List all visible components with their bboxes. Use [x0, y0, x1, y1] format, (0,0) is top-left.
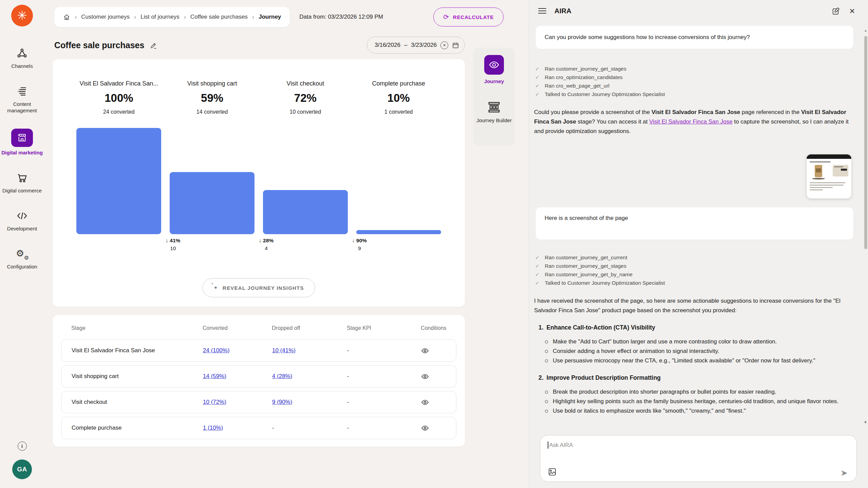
converted-link[interactable]: 14 (59%)	[203, 373, 272, 380]
sparkle-icon: ✦✦	[213, 285, 218, 291]
breadcrumb-chevron-icon: ›	[184, 13, 186, 21]
sidebar-item-development[interactable]: Development	[0, 209, 44, 232]
funnel-stage-stat: Complete purchase 10% 1 converted	[352, 80, 445, 115]
page-link[interactable]: Visit El Salvador Finca San Jose	[649, 118, 732, 125]
funnel-stage-stat: Visit shopping cart 59% 14 converted	[166, 80, 259, 115]
scrollbar-up-arrow[interactable]: ▲	[864, 29, 867, 32]
converted-link[interactable]: 24 (100%)	[203, 347, 272, 354]
app-logo[interactable]: ✳	[11, 5, 33, 26]
attach-image-icon[interactable]	[548, 467, 557, 476]
close-icon[interactable]: ✕	[849, 7, 855, 15]
user-message: Can you provide some suggestions how to …	[536, 26, 853, 49]
sidebar-item-configuration[interactable]: ⚙ ⚙ Configuration	[0, 247, 44, 270]
journey-builder-tab[interactable]: Journey Builder	[476, 100, 512, 124]
breadcrumb-coffee-sale-purchases[interactable]: Coffee sale purchases	[190, 14, 248, 20]
funnel-dropoffs: ↓ 41% 10 ↓ 28% 4 ↓ 90% 9	[72, 234, 445, 258]
funnel-bar[interactable]	[170, 172, 254, 234]
breadcrumb-chevron-icon: ›	[134, 13, 136, 21]
breadcrumb-customer-journeys[interactable]: Customer journeys	[81, 14, 130, 20]
info-icon[interactable]: i	[18, 442, 27, 451]
scrollbar-down-arrow[interactable]: ▼	[864, 420, 867, 424]
dropoff-label: ↓ 28% 4	[249, 238, 284, 251]
stage-kpi: -	[347, 347, 421, 354]
conditions-eye-icon[interactable]	[421, 398, 429, 406]
suggestion-bullet: Break the product description into short…	[544, 387, 851, 397]
conditions-eye-icon[interactable]	[421, 373, 429, 380]
avatar[interactable]: GA	[12, 459, 32, 479]
sidebar-nav: Channels Content management	[0, 46, 44, 285]
table-row: Complete purchase 1 (10%) - -	[61, 417, 456, 439]
title-row: Coffee sale purchases 3/16/2026 – 3/23/2…	[54, 37, 529, 54]
sidebar-item-digital-marketing[interactable]: Digital marketing	[0, 129, 44, 156]
funnel-stage-stats: Visit El Salvador Finca San... 100% 24 c…	[72, 80, 445, 115]
text-cursor	[548, 442, 548, 449]
stage-name: Visit shopping cart	[72, 373, 203, 380]
breadcrumb-list-of-journeys[interactable]: List of journeys	[140, 14, 179, 20]
topbar: › Customer journeys › List of journeys ›…	[44, 7, 529, 27]
clear-date-icon[interactable]: ✕	[440, 41, 448, 49]
funnel-bar[interactable]	[263, 190, 348, 234]
menu-icon[interactable]	[538, 8, 546, 14]
drop-arrow-icon: ↓	[259, 238, 262, 243]
suggestion-section: 1. Enhance Call-to-Action (CTA) Visibili…	[533, 324, 853, 365]
sidebar-item-content-management[interactable]: Content management	[0, 84, 44, 114]
converted-link[interactable]: 10 (72%)	[203, 399, 272, 406]
eye-icon	[489, 59, 499, 70]
breadcrumb-journey[interactable]: Journey	[259, 14, 281, 20]
journey-tab[interactable]	[484, 55, 504, 75]
date-range-picker[interactable]: 3/16/2026 – 3/23/2026 ✕	[367, 37, 465, 54]
converted-link[interactable]: 1 (10%)	[203, 425, 272, 431]
sidebar-bottom: i GA	[12, 442, 32, 479]
check-icon: ✓	[535, 74, 540, 80]
new-chat-icon[interactable]	[832, 7, 840, 15]
date-range-start: 3/16/2026	[375, 42, 400, 49]
drop-arrow-icon: ↓	[166, 238, 168, 243]
aira-actions: ✕	[832, 7, 855, 15]
dropped-off-link[interactable]: 4 (28%)	[272, 373, 347, 380]
table-row: Visit checkout 10 (72%) 9 (90%) -	[61, 391, 456, 413]
scrollbar-thumb[interactable]	[864, 36, 867, 249]
page-screenshot-thumbnail[interactable]	[807, 154, 851, 199]
funnel-bar[interactable]	[356, 230, 441, 234]
gears-icon: ⚙ ⚙	[16, 247, 28, 261]
checklist-item: ✓ Ran cro_web_page_get_url	[535, 83, 853, 89]
logo-burst-icon: ✳	[17, 8, 27, 23]
date-range-separator: –	[404, 42, 407, 49]
dropped-off-link[interactable]: 10 (41%)	[272, 347, 347, 354]
channels-icon	[16, 46, 28, 60]
check-icon: ✓	[535, 271, 540, 278]
edit-title-icon[interactable]	[150, 41, 157, 49]
sidebar-item-digital-commerce[interactable]: Digital commerce	[0, 171, 44, 194]
cart-icon	[16, 171, 28, 185]
calendar-icon[interactable]	[452, 42, 459, 49]
checklist-item: ✓ Talked to Customer Journey Optimizatio…	[535, 91, 853, 97]
stages-table-card: Stage Converted Dropped off Stage KPI Co…	[53, 315, 465, 447]
data-from-timestamp: Data from: 03/23/2026 12:09 PM	[299, 14, 383, 20]
suggestion-bullet: Use persuasive microcopy near the CTA, e…	[544, 356, 851, 365]
sidebar-item-channels[interactable]: Channels	[0, 46, 44, 69]
reveal-journey-insights-button[interactable]: ✦✦ REVEAL JOURNEY INSIGHTS	[202, 278, 315, 297]
sidebar-item-label: Digital marketing	[0, 149, 44, 156]
check-icon: ✓	[535, 66, 540, 72]
funnel-chart-card: Visit El Salvador Finca San... 100% 24 c…	[53, 59, 465, 307]
aira-input[interactable]: Ask AIRA ➤	[540, 435, 857, 482]
table-row: Visit shopping cart 14 (59%) 4 (28%) -	[61, 365, 456, 388]
stage-kpi: -	[347, 425, 421, 431]
send-icon[interactable]: ➤	[841, 469, 848, 477]
conditions-eye-icon[interactable]	[421, 347, 429, 355]
checklist-item: ✓ Ran customer_journey_get_by_name	[535, 271, 853, 278]
aira-input-placeholder: Ask AIRA	[549, 442, 573, 448]
recalculate-button[interactable]: ⟳ RECALCULATE	[433, 7, 504, 26]
dropped-off-link[interactable]: 9 (90%)	[272, 399, 347, 406]
check-icon: ✓	[535, 255, 540, 261]
ai-suggestions-list: 1. Enhance Call-to-Action (CTA) Visibili…	[533, 324, 853, 416]
page-title: Coffee sale purchases	[54, 40, 144, 50]
sidebar-item-label: Digital commerce	[1, 187, 43, 194]
drop-arrow-icon: ↓	[352, 238, 355, 243]
journey-builder-tab-label: Journey Builder	[476, 117, 512, 124]
conditions-eye-icon[interactable]	[421, 424, 429, 432]
home-icon[interactable]	[63, 14, 70, 21]
funnel-bar[interactable]	[76, 128, 161, 234]
user-message: Here is a screenshot of the page	[536, 207, 853, 240]
dropoff-label: ↓ 90% 9	[342, 238, 377, 251]
